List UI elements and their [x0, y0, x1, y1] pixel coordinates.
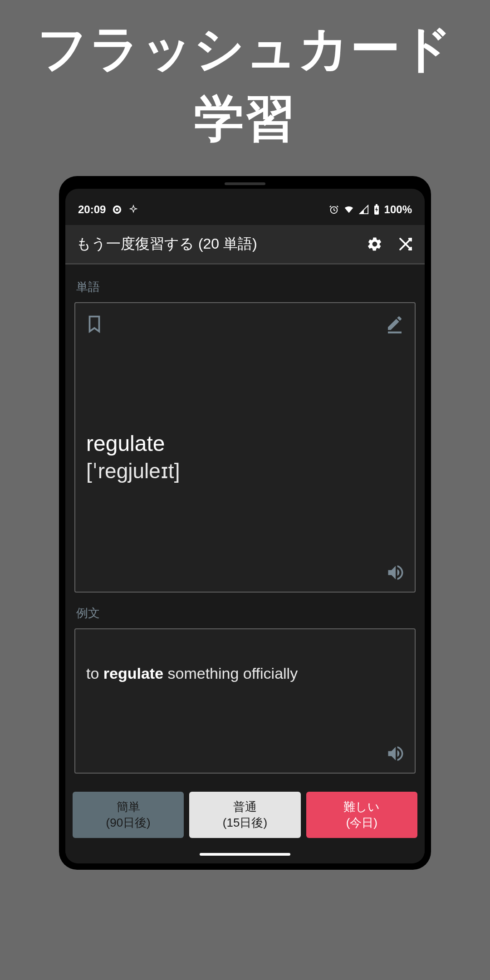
edit-button[interactable]	[386, 314, 404, 334]
shuffle-button[interactable]	[397, 236, 414, 252]
example-speaker-button[interactable]	[386, 744, 406, 764]
easy-label: 簡単	[117, 800, 140, 813]
promo-title: フラッシュカード 学習	[0, 0, 490, 176]
example-card[interactable]: to regulate something officially	[74, 628, 416, 774]
wifi-icon	[343, 205, 354, 215]
speaker-icon	[386, 563, 406, 583]
word-card-center: regulate [ˈregjuleɪt]	[86, 334, 404, 581]
difficulty-button-row: 簡単 (90日後) 普通 (15日後) 難しい (今日)	[65, 783, 425, 845]
phone-speaker	[225, 182, 265, 185]
svg-point-2	[116, 208, 119, 211]
settings-button[interactable]	[367, 236, 383, 252]
example-suffix: something officially	[163, 665, 298, 682]
svg-rect-6	[388, 332, 402, 333]
battery-percent: 100%	[384, 203, 412, 216]
hard-button[interactable]: 難しい (今日)	[306, 792, 417, 838]
normal-label: 普通	[233, 800, 257, 813]
example-prefix: to	[86, 665, 103, 682]
promo-line-1: フラッシュカード	[37, 20, 453, 76]
status-time: 20:09	[78, 203, 106, 216]
speaker-icon	[386, 744, 406, 764]
app-bar-title: もう一度復習する (20 単語)	[76, 234, 257, 254]
shuffle-icon	[397, 236, 414, 252]
gear-icon	[367, 236, 383, 252]
svg-rect-5	[376, 204, 377, 206]
nav-handle[interactable]	[200, 853, 290, 856]
app-bar-actions	[367, 236, 414, 252]
word-section-label: 単語	[76, 279, 414, 295]
easy-sub: (90日後)	[76, 815, 180, 831]
content-area: 単語 regulate [ˈregjuleɪt]	[65, 265, 425, 783]
phone-screen: 20:09	[65, 189, 425, 863]
hard-sub: (今日)	[310, 815, 414, 831]
phone-frame: 20:09	[59, 176, 431, 870]
alarm-icon	[329, 205, 339, 215]
easy-button[interactable]: 簡単 (90日後)	[73, 792, 184, 838]
phonetic-text: [ˈregjuleɪt]	[86, 458, 404, 485]
normal-sub: (15日後)	[193, 815, 297, 831]
do-not-disturb-icon	[112, 205, 122, 215]
status-left: 20:09	[78, 203, 138, 216]
word-speaker-button[interactable]	[386, 563, 406, 583]
signal-icon	[359, 205, 369, 215]
word-card[interactable]: regulate [ˈregjuleɪt]	[74, 302, 416, 593]
sparkle-icon	[128, 205, 138, 215]
card-top-row	[86, 314, 404, 334]
battery-icon	[373, 204, 380, 215]
example-section-label: 例文	[76, 605, 414, 621]
promo-line-2: 学習	[194, 90, 296, 146]
status-bar: 20:09	[65, 189, 425, 225]
example-bold: regulate	[103, 665, 163, 682]
bookmark-button[interactable]	[86, 314, 103, 334]
pencil-icon	[386, 314, 404, 334]
app-bar: もう一度復習する (20 単語)	[65, 225, 425, 265]
hard-label: 難しい	[343, 800, 380, 813]
normal-button[interactable]: 普通 (15日後)	[189, 792, 300, 838]
navigation-bar	[65, 845, 425, 863]
word-text: regulate	[86, 430, 404, 458]
example-text: to regulate something officially	[86, 663, 404, 685]
bookmark-icon	[86, 314, 103, 334]
status-right: 100%	[329, 203, 412, 216]
